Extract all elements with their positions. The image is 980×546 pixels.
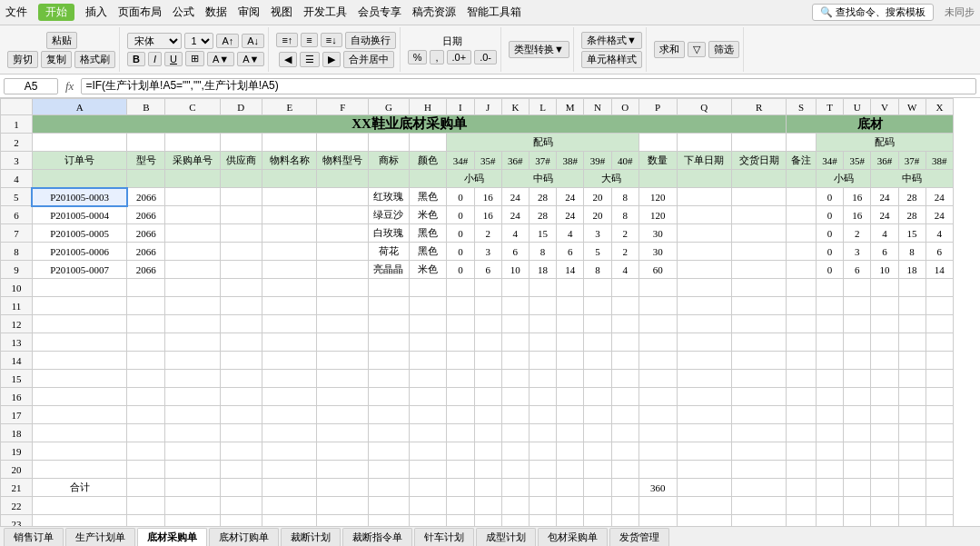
cell-q6[interactable] bbox=[677, 206, 731, 224]
cell-h9[interactable]: 米色 bbox=[409, 261, 447, 279]
cell-v8[interactable]: 6 bbox=[871, 243, 898, 261]
cell-x8[interactable]: 6 bbox=[926, 243, 953, 261]
cell-l8[interactable]: 8 bbox=[529, 243, 556, 261]
cell-i5[interactable]: 0 bbox=[447, 188, 474, 206]
cell-o9[interactable]: 4 bbox=[611, 261, 638, 279]
cell-p8[interactable]: 30 bbox=[638, 243, 677, 261]
cell-l9[interactable]: 18 bbox=[529, 261, 556, 279]
cell-f7[interactable] bbox=[317, 224, 369, 243]
r2-f[interactable] bbox=[317, 134, 369, 152]
tab-stitch-plan[interactable]: 针车计划 bbox=[414, 528, 474, 546]
cell-h5[interactable]: 黑色 bbox=[409, 188, 447, 206]
tab-cut-plan[interactable]: 裁断计划 bbox=[281, 528, 341, 546]
r2-q[interactable] bbox=[677, 134, 731, 152]
cut-button[interactable]: 剪切 bbox=[7, 51, 38, 68]
cell-n8[interactable]: 5 bbox=[584, 243, 611, 261]
cell-g6[interactable]: 绿豆沙 bbox=[369, 206, 409, 224]
col-header-w[interactable]: W bbox=[898, 99, 926, 115]
cell-t7[interactable]: 0 bbox=[816, 224, 843, 243]
col-header-m[interactable]: M bbox=[557, 99, 584, 115]
cell-a6[interactable]: P201005-0004 bbox=[32, 206, 127, 224]
cell-q8[interactable] bbox=[677, 243, 731, 261]
col-header-h[interactable]: H bbox=[409, 99, 447, 115]
cell-n7[interactable]: 3 bbox=[584, 224, 611, 243]
col-header-e[interactable]: E bbox=[262, 99, 317, 115]
r2-d[interactable] bbox=[220, 134, 262, 152]
cell-j5[interactable]: 16 bbox=[474, 188, 501, 206]
cell-f6[interactable] bbox=[317, 206, 369, 224]
sum-button[interactable]: 求和 bbox=[654, 41, 685, 58]
col-header-l[interactable]: L bbox=[529, 99, 556, 115]
cell-m8[interactable]: 6 bbox=[557, 243, 584, 261]
cell-p5[interactable]: 120 bbox=[638, 188, 677, 206]
cell-l5[interactable]: 28 bbox=[529, 188, 556, 206]
col-header-q[interactable]: Q bbox=[677, 99, 731, 115]
cell-u7[interactable]: 2 bbox=[844, 224, 871, 243]
cell-s6[interactable] bbox=[787, 206, 817, 224]
paste-button[interactable]: 粘贴 bbox=[46, 32, 77, 49]
cell-m9[interactable]: 14 bbox=[557, 261, 584, 279]
comma-button[interactable]: , bbox=[430, 50, 443, 65]
format-painter-button[interactable]: 格式刷 bbox=[74, 51, 115, 68]
cell-u6[interactable]: 16 bbox=[844, 206, 871, 224]
r2-s[interactable] bbox=[787, 134, 817, 152]
cell-x6[interactable]: 24 bbox=[926, 206, 953, 224]
col-header-a[interactable]: A bbox=[32, 99, 127, 115]
cell-j7[interactable]: 2 bbox=[474, 224, 501, 243]
menu-data[interactable]: 数据 bbox=[205, 5, 227, 20]
r2-h[interactable] bbox=[409, 134, 447, 152]
cell-style-button[interactable]: 单元格样式 bbox=[581, 51, 642, 68]
r2-g[interactable] bbox=[369, 134, 409, 152]
align-top-button[interactable]: ≡↑ bbox=[276, 33, 298, 47]
cell-g5[interactable]: 红玫瑰 bbox=[369, 188, 409, 206]
cell-r8[interactable] bbox=[731, 243, 786, 261]
cell-l6[interactable]: 28 bbox=[529, 206, 556, 224]
wrap-button[interactable]: 自动换行 bbox=[345, 32, 396, 49]
cell-w7[interactable]: 15 bbox=[898, 224, 926, 243]
cell-g7[interactable]: 白玫瑰 bbox=[369, 224, 409, 243]
cell-o5[interactable]: 8 bbox=[611, 188, 638, 206]
cell-g9[interactable]: 亮晶晶 bbox=[369, 261, 409, 279]
menu-insert[interactable]: 插入 bbox=[85, 5, 107, 20]
filter-button[interactable]: ▽ bbox=[688, 42, 706, 57]
border-button[interactable]: ⊞ bbox=[185, 51, 204, 66]
font-color-button[interactable]: A▼ bbox=[237, 52, 264, 66]
cell-e6[interactable] bbox=[262, 206, 317, 224]
cell-k8[interactable]: 6 bbox=[501, 243, 529, 261]
cell-t5[interactable]: 0 bbox=[816, 188, 843, 206]
cell-b8[interactable]: 2066 bbox=[127, 243, 165, 261]
filter-label-button[interactable]: 筛选 bbox=[708, 41, 739, 58]
col-header-c[interactable]: C bbox=[165, 99, 220, 115]
cell-b7[interactable]: 2066 bbox=[127, 224, 165, 243]
cell-s9[interactable] bbox=[787, 261, 817, 279]
r2-p[interactable] bbox=[638, 134, 677, 152]
cell-i9[interactable]: 0 bbox=[447, 261, 474, 279]
cell-d5[interactable] bbox=[220, 188, 262, 206]
menu-member[interactable]: 会员专享 bbox=[358, 5, 401, 20]
r2-a[interactable] bbox=[32, 134, 127, 152]
cell-b9[interactable]: 2066 bbox=[127, 261, 165, 279]
cell-e9[interactable] bbox=[262, 261, 317, 279]
menu-ai[interactable]: 智能工具箱 bbox=[467, 5, 521, 20]
cell-n5[interactable]: 20 bbox=[584, 188, 611, 206]
cell-k7[interactable]: 4 bbox=[501, 224, 529, 243]
cell-k6[interactable]: 24 bbox=[501, 206, 529, 224]
cell-e7[interactable] bbox=[262, 224, 317, 243]
cell-v7[interactable]: 4 bbox=[871, 224, 898, 243]
cell-o6[interactable]: 8 bbox=[611, 206, 638, 224]
copy-button[interactable]: 复制 bbox=[41, 51, 72, 68]
cell-h7[interactable]: 黑色 bbox=[409, 224, 447, 243]
cell-t6[interactable]: 0 bbox=[816, 206, 843, 224]
col-header-f[interactable]: F bbox=[317, 99, 369, 115]
cell-o8[interactable]: 2 bbox=[611, 243, 638, 261]
cell-x9[interactable]: 14 bbox=[926, 261, 953, 279]
cell-h6[interactable]: 米色 bbox=[409, 206, 447, 224]
cell-f5[interactable] bbox=[317, 188, 369, 206]
menu-formula[interactable]: 公式 bbox=[173, 5, 194, 20]
cell-v5[interactable]: 24 bbox=[871, 188, 898, 206]
cell-f8[interactable] bbox=[317, 243, 369, 261]
cell-a8[interactable]: P201005-0006 bbox=[32, 243, 127, 261]
cell-m5[interactable]: 24 bbox=[557, 188, 584, 206]
cell-h8[interactable]: 黑色 bbox=[409, 243, 447, 261]
cell-s7[interactable] bbox=[787, 224, 817, 243]
